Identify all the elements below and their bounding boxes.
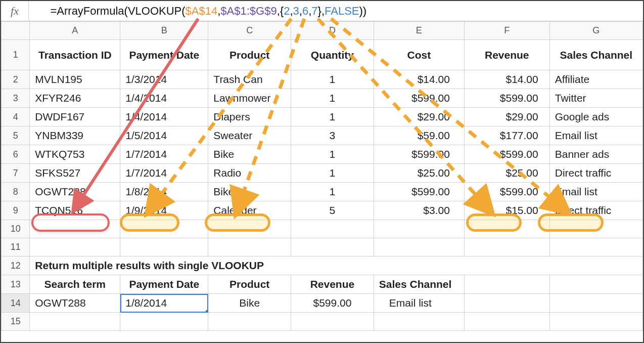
cell[interactable]: $599.00: [464, 183, 549, 201]
cell[interactable]: $3.00: [374, 201, 464, 220]
cell[interactable]: $14.00: [464, 70, 549, 89]
cell[interactable]: $599.00: [374, 183, 464, 201]
cell[interactable]: 3: [291, 126, 374, 145]
header-revenue-2[interactable]: Revenue: [291, 275, 374, 294]
cell[interactable]: $25.00: [464, 164, 549, 183]
cell[interactable]: 1/4/2014: [120, 89, 208, 108]
header-transaction-id[interactable]: Transaction ID: [30, 40, 120, 70]
row-header[interactable]: 3: [2, 89, 30, 108]
table-row: 4DWDF1671/4/2014Diapers1$29.00$29.00Goog…: [2, 108, 643, 126]
header-payment-date-2[interactable]: Payment Date: [120, 275, 208, 294]
row-header[interactable]: 11: [2, 238, 30, 256]
cell[interactable]: Direct traffic: [549, 201, 642, 220]
row-header[interactable]: 5: [2, 126, 30, 145]
row-header[interactable]: 9: [2, 201, 30, 220]
row-header[interactable]: 4: [2, 108, 30, 126]
cell[interactable]: $29.00: [464, 108, 549, 126]
cell[interactable]: Sweater: [208, 126, 291, 145]
row-header[interactable]: 13: [2, 275, 30, 294]
cell[interactable]: Google ads: [549, 108, 642, 126]
col-header-D[interactable]: D: [291, 22, 374, 40]
cell[interactable]: $599.00: [464, 89, 549, 108]
cell[interactable]: TCQN516: [30, 201, 120, 220]
cell-result-revenue[interactable]: $599.00: [291, 294, 374, 313]
col-header-G[interactable]: G: [549, 22, 642, 40]
cell[interactable]: $29.00: [374, 108, 464, 126]
cell[interactable]: 5: [291, 201, 374, 220]
formula-fn-vlookup: VLOOKUP: [128, 5, 181, 17]
corner-cell[interactable]: [2, 22, 30, 40]
cell[interactable]: Affiliate: [549, 70, 642, 89]
cell[interactable]: XFYR246: [30, 89, 120, 108]
header-product[interactable]: Product: [208, 40, 291, 70]
cell[interactable]: 1/5/2014: [120, 126, 208, 145]
row-header[interactable]: 12: [2, 256, 30, 275]
spreadsheet-grid[interactable]: A B C D E F G 1 Transaction ID Payment D…: [1, 21, 643, 331]
cell-search-term[interactable]: OGWT288: [30, 294, 120, 313]
cell[interactable]: Email list: [549, 126, 642, 145]
header-payment-date[interactable]: Payment Date: [120, 40, 208, 70]
cell-result-product[interactable]: Bike: [208, 294, 291, 313]
cell[interactable]: Trash Can: [208, 70, 291, 89]
col-header-E[interactable]: E: [374, 22, 464, 40]
cell[interactable]: $59.00: [374, 126, 464, 145]
header-product-2[interactable]: Product: [208, 275, 291, 294]
row-header[interactable]: 8: [2, 183, 30, 201]
cell[interactable]: Lawnmower: [208, 89, 291, 108]
col-header-F[interactable]: F: [464, 22, 549, 40]
cell[interactable]: Banner ads: [549, 145, 642, 164]
cell[interactable]: 1: [291, 70, 374, 89]
cell[interactable]: 1: [291, 164, 374, 183]
cell[interactable]: $177.00: [464, 126, 549, 145]
cell-selected-B14[interactable]: 1/8/2014: [120, 294, 208, 313]
row-header[interactable]: 10: [2, 220, 30, 238]
cell[interactable]: 1/8/2014: [120, 183, 208, 201]
cell[interactable]: OGWT288: [30, 183, 120, 201]
cell[interactable]: DWDF167: [30, 108, 120, 126]
cell[interactable]: $599.00: [374, 89, 464, 108]
cell[interactable]: YNBM339: [30, 126, 120, 145]
cell[interactable]: SFKS527: [30, 164, 120, 183]
cell[interactable]: WTKQ753: [30, 145, 120, 164]
section-title[interactable]: Return multiple results with single VLOO…: [30, 256, 643, 275]
row-header[interactable]: 2: [2, 70, 30, 89]
cell[interactable]: 1/9/2014: [120, 201, 208, 220]
cell[interactable]: Email list: [549, 183, 642, 201]
col-header-C[interactable]: C: [208, 22, 291, 40]
cell[interactable]: Bike: [208, 145, 291, 164]
cell[interactable]: Radio: [208, 164, 291, 183]
header-sales-channel-2[interactable]: Sales Channel: [374, 275, 464, 294]
cell[interactable]: $599.00: [374, 145, 464, 164]
cell[interactable]: 1: [291, 89, 374, 108]
cell[interactable]: $15.00: [464, 201, 549, 220]
cell[interactable]: 1/4/2014: [120, 108, 208, 126]
cell[interactable]: 1/7/2014: [120, 145, 208, 164]
cell[interactable]: 1: [291, 108, 374, 126]
row-header[interactable]: 14: [2, 294, 30, 313]
cell[interactable]: Diapers: [208, 108, 291, 126]
cell[interactable]: $25.00: [374, 164, 464, 183]
header-sales-channel[interactable]: Sales Channel: [549, 40, 642, 70]
header-search-term[interactable]: Search term: [30, 275, 120, 294]
cell[interactable]: Bike: [208, 183, 291, 201]
cell[interactable]: $599.00: [464, 145, 549, 164]
cell[interactable]: Calender: [208, 201, 291, 220]
header-quantity[interactable]: Quantity: [291, 40, 374, 70]
col-header-B[interactable]: B: [120, 22, 208, 40]
cell[interactable]: 1/7/2014: [120, 164, 208, 183]
cell[interactable]: Twitter: [549, 89, 642, 108]
cell[interactable]: MVLN195: [30, 70, 120, 89]
cell[interactable]: Direct traffic: [549, 164, 642, 183]
row-header[interactable]: 15: [2, 313, 30, 331]
col-header-A[interactable]: A: [30, 22, 120, 40]
cell[interactable]: 1/3/2014: [120, 70, 208, 89]
cell-result-channel[interactable]: Email list: [374, 294, 464, 313]
cell[interactable]: $14.00: [374, 70, 464, 89]
row-header[interactable]: 1: [2, 40, 30, 70]
cell[interactable]: 1: [291, 145, 374, 164]
row-header[interactable]: 6: [2, 145, 30, 164]
header-revenue[interactable]: Revenue: [464, 40, 549, 70]
header-cost[interactable]: Cost: [374, 40, 464, 70]
cell[interactable]: 1: [291, 183, 374, 201]
row-header[interactable]: 7: [2, 164, 30, 183]
